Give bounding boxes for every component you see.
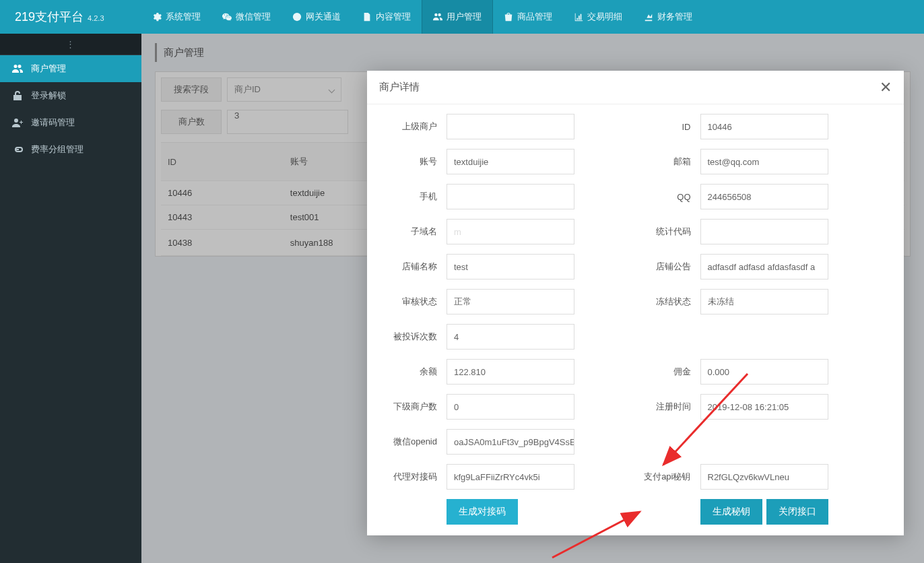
input-subdomain[interactable]: m	[447, 219, 574, 244]
label-account: 账号	[382, 156, 441, 168]
nav-gateway[interactable]: 网关通道	[282, 0, 352, 34]
money-icon	[644, 12, 653, 22]
input-agentcode[interactable]: kfg9LaFFiiZrRYc4vk5i	[447, 464, 574, 490]
sidebar-item-label: 登录解锁	[31, 90, 66, 102]
input-commission[interactable]: 0.000	[700, 359, 828, 385]
gear-icon	[152, 12, 162, 22]
label-subdomain: 子域名	[382, 226, 441, 238]
label-commission: 佣金	[636, 366, 695, 378]
brand: 219支付平台 4.2.3	[0, 9, 141, 25]
input-complain[interactable]: 4	[447, 324, 574, 350]
label-balance: 余额	[382, 366, 441, 378]
link-icon	[12, 144, 23, 155]
input-balance[interactable]: 122.810	[447, 359, 574, 385]
label-phone: 手机	[382, 191, 441, 203]
input-phone[interactable]	[447, 184, 574, 209]
nav-system[interactable]: 系统管理	[141, 0, 211, 34]
close-icon[interactable]: ✕	[880, 80, 892, 95]
nav-label: 微信管理	[236, 11, 271, 23]
sidebar-item-rate[interactable]: 费率分组管理	[0, 136, 141, 163]
doc-icon	[362, 12, 372, 22]
label-subcount: 下级商户数	[382, 401, 441, 413]
input-freeze[interactable]: 未冻结	[700, 289, 828, 314]
sidebar-item-merchant[interactable]: 商户管理	[0, 55, 141, 82]
p-icon	[292, 12, 302, 22]
label-qq: QQ	[636, 192, 695, 202]
nav-content[interactable]: 内容管理	[352, 0, 422, 34]
brand-version: 4.2.3	[88, 14, 104, 22]
modal-header: 商户详情 ✕	[367, 71, 904, 104]
users-icon	[12, 63, 23, 74]
label-shopname: 店铺名称	[382, 261, 441, 273]
sidemenu: 商户管理 登录解锁 邀请码管理 费率分组管理	[0, 55, 141, 163]
label-paysecret: 支付api秘钥	[636, 471, 695, 483]
label-email: 邮箱	[636, 156, 695, 168]
input-email[interactable]: test@qq.com	[700, 149, 828, 174]
label-openid: 微信openid	[382, 436, 441, 448]
nav-user[interactable]: 用户管理	[422, 0, 493, 34]
wechat-icon	[222, 12, 232, 22]
label-freeze: 冻结状态	[636, 296, 695, 308]
gen-secret-button[interactable]: 生成秘钥	[700, 499, 762, 525]
label-statcode: 统计代码	[636, 226, 695, 238]
label-shopnotice: 店铺公告	[636, 261, 695, 273]
nav-product[interactable]: 商品管理	[493, 0, 563, 34]
input-account[interactable]: textduijie	[447, 149, 574, 174]
input-shopnotice[interactable]: adfasdf adfasd afdasfasdf a	[700, 254, 828, 279]
input-id[interactable]: 10446	[700, 114, 828, 139]
nav-trade[interactable]: 交易明细	[563, 0, 633, 34]
label-regtime: 注册时间	[636, 401, 695, 413]
input-openid[interactable]: oaJSA0m1uFt3v_p9BpgV4SsECQ	[447, 429, 574, 455]
topnav: 系统管理 微信管理 网关通道 内容管理 用户管理 商品管理 交易明细 财务管理	[141, 0, 924, 34]
sidebar: ⋮ 商户管理 登录解锁 邀请码管理 费率分组管理	[0, 34, 141, 563]
bag-icon	[504, 12, 513, 22]
modal-title: 商户详情	[379, 81, 420, 94]
nav-label: 商品管理	[517, 11, 552, 23]
close-api-button[interactable]: 关闭接口	[766, 499, 828, 525]
label-audit: 审核状态	[382, 296, 441, 308]
input-regtime[interactable]: 2019-12-08 16:21:05	[700, 394, 828, 420]
sidebar-item-label: 商户管理	[31, 63, 66, 75]
input-shopname[interactable]: test	[447, 254, 574, 279]
dots-icon: ⋮	[66, 39, 76, 49]
unlock-icon	[12, 90, 23, 101]
input-qq[interactable]: 244656508	[700, 184, 828, 209]
label-id: ID	[636, 122, 695, 132]
label-complain: 被投诉次数	[382, 331, 441, 343]
nav-finance[interactable]: 财务管理	[633, 0, 703, 34]
label-parent: 上级商户	[382, 121, 441, 133]
sidebar-item-invite[interactable]: 邀请码管理	[0, 109, 141, 136]
chart-icon	[574, 12, 583, 22]
input-parent[interactable]	[447, 114, 574, 139]
nav-label: 用户管理	[447, 11, 482, 23]
sidebar-actions[interactable]: ⋮	[0, 34, 141, 55]
label-agentcode: 代理对接码	[382, 471, 441, 483]
topbar: 219支付平台 4.2.3 系统管理 微信管理 网关通道 内容管理 用户管理 商…	[0, 0, 924, 34]
sidebar-item-label: 费率分组管理	[31, 143, 84, 156]
users-icon	[433, 12, 442, 22]
nav-label: 内容管理	[376, 11, 411, 23]
sidebar-item-unlock[interactable]: 登录解锁	[0, 82, 141, 109]
userplus-icon	[12, 117, 23, 128]
merchant-detail-modal: 商户详情 ✕ 上级商户 ID10446 账号textduijie 邮箱test@…	[367, 71, 904, 535]
input-statcode[interactable]	[700, 219, 828, 244]
gen-agent-button[interactable]: 生成对接码	[447, 499, 518, 525]
nav-label: 财务管理	[657, 11, 692, 23]
input-paysecret[interactable]: R2fGLQzv6kwVLneu	[700, 464, 828, 490]
input-audit[interactable]: 正常	[447, 289, 574, 314]
input-subcount[interactable]: 0	[447, 394, 574, 420]
nav-wechat[interactable]: 微信管理	[211, 0, 282, 34]
nav-label: 系统管理	[166, 11, 201, 23]
nav-label: 交易明细	[587, 11, 622, 23]
modal-form: 上级商户 ID10446 账号textduijie 邮箱test@qq.com …	[367, 104, 904, 525]
sidebar-item-label: 邀请码管理	[31, 117, 75, 129]
nav-label: 网关通道	[306, 11, 341, 23]
brand-title: 219支付平台	[15, 9, 84, 25]
